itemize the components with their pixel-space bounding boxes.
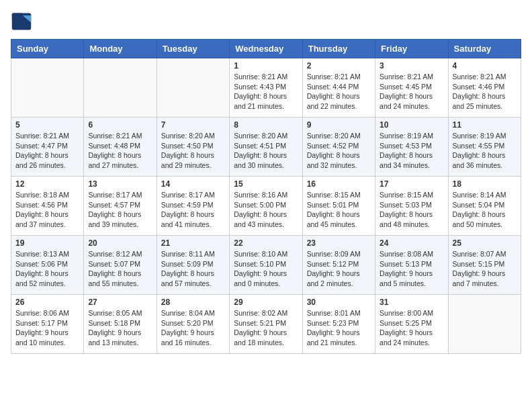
calendar-cell: 13Sunrise: 8:17 AM Sunset: 4:57 PM Dayli… — [84, 177, 157, 236]
day-number: 14 — [161, 179, 225, 189]
calendar-cell — [157, 58, 229, 118]
day-number: 26 — [15, 298, 79, 307]
calendar-cell: 27Sunrise: 8:05 AM Sunset: 5:18 PM Dayli… — [84, 295, 157, 354]
day-number: 4 — [453, 61, 517, 71]
day-header-sunday: Sunday — [11, 40, 84, 58]
day-info: Sunrise: 8:21 AM Sunset: 4:45 PM Dayligh… — [380, 72, 443, 111]
calendar-cell: 22Sunrise: 8:10 AM Sunset: 5:10 PM Dayli… — [230, 236, 302, 295]
day-number: 6 — [88, 120, 152, 130]
day-info: Sunrise: 8:21 AM Sunset: 4:48 PM Dayligh… — [88, 131, 152, 171]
calendar-cell: 15Sunrise: 8:16 AM Sunset: 5:00 PM Dayli… — [230, 177, 302, 236]
day-number: 24 — [380, 238, 443, 248]
day-number: 8 — [234, 120, 298, 130]
calendar-cell: 20Sunrise: 8:12 AM Sunset: 5:07 PM Dayli… — [84, 236, 157, 295]
calendar-cell: 24Sunrise: 8:08 AM Sunset: 5:13 PM Dayli… — [375, 236, 448, 295]
day-info: Sunrise: 8:16 AM Sunset: 5:00 PM Dayligh… — [234, 190, 298, 230]
calendar-cell: 23Sunrise: 8:09 AM Sunset: 5:12 PM Dayli… — [302, 236, 375, 295]
day-number: 18 — [453, 179, 517, 189]
day-info: Sunrise: 8:18 AM Sunset: 4:56 PM Dayligh… — [15, 190, 79, 230]
calendar-cell: 10Sunrise: 8:19 AM Sunset: 4:53 PM Dayli… — [375, 118, 448, 177]
day-number: 20 — [88, 238, 152, 248]
day-number: 17 — [380, 179, 443, 189]
day-info: Sunrise: 8:19 AM Sunset: 4:55 PM Dayligh… — [453, 131, 517, 171]
calendar-cell: 28Sunrise: 8:04 AM Sunset: 5:20 PM Dayli… — [157, 295, 229, 354]
day-number: 10 — [380, 120, 443, 130]
calendar-cell: 25Sunrise: 8:07 AM Sunset: 5:15 PM Dayli… — [448, 236, 521, 295]
day-info: Sunrise: 8:20 AM Sunset: 4:51 PM Dayligh… — [234, 131, 298, 171]
day-info: Sunrise: 8:06 AM Sunset: 5:17 PM Dayligh… — [15, 308, 79, 348]
logo — [11, 11, 35, 32]
day-header-friday: Friday — [375, 40, 448, 58]
day-info: Sunrise: 8:12 AM Sunset: 5:07 PM Dayligh… — [88, 249, 152, 289]
svg-rect-2 — [12, 13, 23, 21]
day-info: Sunrise: 8:01 AM Sunset: 5:23 PM Dayligh… — [307, 308, 371, 348]
day-number: 12 — [15, 179, 79, 189]
day-header-thursday: Thursday — [302, 40, 375, 58]
day-info: Sunrise: 8:07 AM Sunset: 5:15 PM Dayligh… — [453, 249, 517, 289]
calendar-cell: 18Sunrise: 8:14 AM Sunset: 5:04 PM Dayli… — [448, 177, 521, 236]
day-info: Sunrise: 8:05 AM Sunset: 5:18 PM Dayligh… — [88, 308, 152, 348]
calendar-cell: 5Sunrise: 8:21 AM Sunset: 4:47 PM Daylig… — [11, 118, 84, 177]
calendar-cell: 6Sunrise: 8:21 AM Sunset: 4:48 PM Daylig… — [84, 118, 157, 177]
day-info: Sunrise: 8:21 AM Sunset: 4:47 PM Dayligh… — [15, 131, 79, 171]
day-number: 15 — [234, 179, 298, 189]
calendar-cell: 29Sunrise: 8:02 AM Sunset: 5:21 PM Dayli… — [230, 295, 302, 354]
logo-icon — [11, 11, 32, 32]
day-info: Sunrise: 8:14 AM Sunset: 5:04 PM Dayligh… — [453, 190, 517, 230]
calendar-cell: 17Sunrise: 8:15 AM Sunset: 5:03 PM Dayli… — [375, 177, 448, 236]
day-info: Sunrise: 8:15 AM Sunset: 5:01 PM Dayligh… — [307, 190, 371, 230]
day-number: 13 — [88, 179, 152, 189]
day-info: Sunrise: 8:13 AM Sunset: 5:06 PM Dayligh… — [15, 249, 79, 289]
calendar-cell: 31Sunrise: 8:00 AM Sunset: 5:25 PM Dayli… — [375, 295, 448, 354]
day-number: 30 — [307, 298, 371, 307]
calendar-week-row: 26Sunrise: 8:06 AM Sunset: 5:17 PM Dayli… — [11, 295, 521, 354]
day-number: 31 — [380, 298, 443, 307]
day-number: 27 — [88, 298, 152, 307]
day-number: 1 — [234, 61, 298, 71]
calendar-table: SundayMondayTuesdayWednesdayThursdayFrid… — [11, 39, 521, 354]
day-info: Sunrise: 8:15 AM Sunset: 5:03 PM Dayligh… — [380, 190, 443, 230]
calendar-cell: 9Sunrise: 8:20 AM Sunset: 4:52 PM Daylig… — [302, 118, 375, 177]
day-info: Sunrise: 8:11 AM Sunset: 5:09 PM Dayligh… — [161, 249, 225, 289]
calendar-cell: 19Sunrise: 8:13 AM Sunset: 5:06 PM Dayli… — [11, 236, 84, 295]
calendar-cell — [448, 295, 521, 354]
day-info: Sunrise: 8:20 AM Sunset: 4:52 PM Dayligh… — [307, 131, 371, 171]
day-info: Sunrise: 8:17 AM Sunset: 4:57 PM Dayligh… — [88, 190, 152, 230]
day-info: Sunrise: 8:21 AM Sunset: 4:46 PM Dayligh… — [453, 72, 517, 111]
page-header — [11, 11, 521, 32]
day-number: 25 — [453, 238, 517, 248]
day-number: 9 — [307, 120, 371, 130]
day-number: 2 — [307, 61, 371, 71]
day-info: Sunrise: 8:02 AM Sunset: 5:21 PM Dayligh… — [234, 308, 298, 348]
calendar-week-row: 5Sunrise: 8:21 AM Sunset: 4:47 PM Daylig… — [11, 118, 521, 177]
day-number: 23 — [307, 238, 371, 248]
calendar-cell: 1Sunrise: 8:21 AM Sunset: 4:43 PM Daylig… — [230, 58, 302, 118]
day-number: 11 — [453, 120, 517, 130]
calendar-cell: 3Sunrise: 8:21 AM Sunset: 4:45 PM Daylig… — [375, 58, 448, 118]
calendar-cell: 2Sunrise: 8:21 AM Sunset: 4:44 PM Daylig… — [302, 58, 375, 118]
calendar-cell: 11Sunrise: 8:19 AM Sunset: 4:55 PM Dayli… — [448, 118, 521, 177]
day-number: 16 — [307, 179, 371, 189]
day-info: Sunrise: 8:09 AM Sunset: 5:12 PM Dayligh… — [307, 249, 371, 289]
calendar-week-row: 19Sunrise: 8:13 AM Sunset: 5:06 PM Dayli… — [11, 236, 521, 295]
calendar-cell: 8Sunrise: 8:20 AM Sunset: 4:51 PM Daylig… — [230, 118, 302, 177]
calendar-cell: 4Sunrise: 8:21 AM Sunset: 4:46 PM Daylig… — [448, 58, 521, 118]
calendar-header-row: SundayMondayTuesdayWednesdayThursdayFrid… — [11, 40, 521, 58]
calendar-cell — [11, 58, 84, 118]
day-info: Sunrise: 8:19 AM Sunset: 4:53 PM Dayligh… — [380, 131, 443, 171]
calendar-cell: 7Sunrise: 8:20 AM Sunset: 4:50 PM Daylig… — [157, 118, 229, 177]
day-header-tuesday: Tuesday — [157, 40, 229, 58]
day-info: Sunrise: 8:00 AM Sunset: 5:25 PM Dayligh… — [380, 308, 443, 348]
calendar-cell: 14Sunrise: 8:17 AM Sunset: 4:59 PM Dayli… — [157, 177, 229, 236]
day-number: 22 — [234, 238, 298, 248]
calendar-cell: 21Sunrise: 8:11 AM Sunset: 5:09 PM Dayli… — [157, 236, 229, 295]
day-header-wednesday: Wednesday — [230, 40, 302, 58]
calendar-week-row: 12Sunrise: 8:18 AM Sunset: 4:56 PM Dayli… — [11, 177, 521, 236]
day-info: Sunrise: 8:21 AM Sunset: 4:44 PM Dayligh… — [307, 72, 371, 111]
day-info: Sunrise: 8:04 AM Sunset: 5:20 PM Dayligh… — [161, 308, 225, 348]
calendar-cell: 26Sunrise: 8:06 AM Sunset: 5:17 PM Dayli… — [11, 295, 84, 354]
day-info: Sunrise: 8:10 AM Sunset: 5:10 PM Dayligh… — [234, 249, 298, 289]
day-number: 5 — [15, 120, 79, 130]
day-header-saturday: Saturday — [448, 40, 521, 58]
calendar-cell: 30Sunrise: 8:01 AM Sunset: 5:23 PM Dayli… — [302, 295, 375, 354]
